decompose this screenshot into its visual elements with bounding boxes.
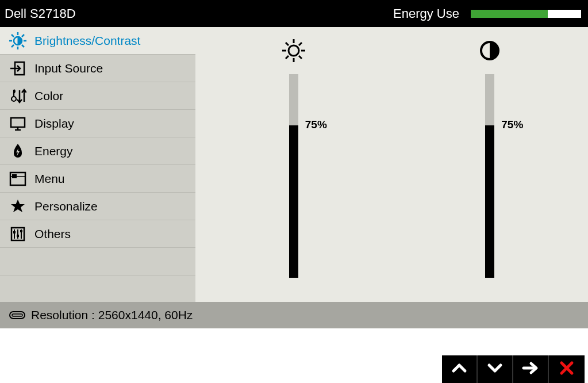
personalize-icon [8, 197, 28, 216]
resolution-icon [9, 308, 25, 322]
sidebar-item-label: Menu [34, 172, 65, 186]
svg-line-8 [22, 35, 24, 37]
svg-rect-28 [20, 230, 22, 232]
svg-rect-40 [12, 314, 22, 316]
nav-up-button[interactable] [442, 355, 478, 383]
sidebar-item-color[interactable]: Color [0, 82, 195, 110]
contrast-icon [476, 37, 503, 64]
brightness-slider[interactable]: 75% [289, 74, 298, 278]
osd-nav-buttons [442, 355, 585, 383]
brightness-slider-column: 75% [280, 37, 307, 302]
svg-point-11 [11, 97, 16, 101]
svg-line-7 [11, 45, 14, 47]
model-label: Dell S2718D [5, 6, 76, 21]
others-icon [8, 224, 28, 244]
sidebar-item-label: Input Source [34, 62, 103, 75]
sidebar-item-label: Energy [34, 144, 73, 158]
svg-line-35 [299, 56, 302, 59]
close-icon [559, 361, 574, 378]
energy-use-label: Energy Use [393, 6, 459, 21]
contrast-value: 75% [501, 118, 523, 131]
input-source-icon [8, 59, 28, 78]
svg-rect-27 [17, 235, 19, 237]
content-pane: 75% 75% [195, 27, 588, 302]
energy-use-bar [471, 10, 581, 18]
svg-line-6 [22, 45, 24, 47]
sidebar-item-label: Brightness/Contrast [34, 34, 140, 48]
svg-line-34 [286, 43, 289, 45]
resolution-text: Resolution : 2560x1440, 60Hz [31, 308, 193, 322]
sidebar-item-label: Display [34, 117, 74, 131]
brightness-contrast-icon [8, 31, 28, 51]
svg-line-37 [299, 43, 302, 45]
chevron-up-icon [451, 362, 467, 376]
svg-line-36 [286, 56, 289, 59]
sidebar-item-display[interactable]: Display [0, 110, 195, 137]
arrow-right-icon [522, 361, 539, 377]
osd-footer: Resolution : 2560x1440, 60Hz [0, 302, 588, 328]
contrast-slider-column: 75% [476, 37, 503, 302]
contrast-slider[interactable]: 75% [485, 74, 494, 278]
brightness-icon [280, 37, 307, 64]
svg-rect-26 [13, 231, 16, 233]
osd-header: Dell S2718D Energy Use [0, 0, 588, 27]
energy-icon [8, 141, 28, 161]
nav-down-button[interactable] [478, 355, 513, 383]
color-icon [8, 86, 28, 106]
contrast-slider-fill [485, 125, 494, 278]
osd-sidebar: Brightness/Contrast Input Source [0, 27, 195, 302]
chevron-down-icon [487, 362, 503, 376]
svg-marker-21 [11, 200, 25, 212]
brightness-slider-fill [289, 125, 298, 278]
svg-point-29 [289, 45, 299, 56]
sidebar-item-label: Others [34, 227, 71, 241]
nav-next-button[interactable] [513, 355, 549, 383]
display-icon [8, 114, 28, 133]
sidebar-item-label: Color [34, 89, 63, 103]
sidebar-item-input-source[interactable]: Input Source [0, 55, 195, 82]
sidebar-item-brightness-contrast[interactable]: Brightness/Contrast [0, 27, 195, 55]
sidebar-item-others[interactable]: Others [0, 220, 195, 248]
energy-use-fill [471, 10, 548, 18]
svg-line-5 [11, 35, 14, 37]
menu-icon [8, 169, 28, 189]
sidebar-item-energy[interactable]: Energy [0, 137, 195, 165]
sidebar-item-personalize[interactable]: Personalize [0, 193, 195, 220]
nav-close-button[interactable] [549, 355, 585, 383]
svg-rect-15 [11, 118, 25, 127]
sidebar-item-label: Personalize [34, 200, 98, 213]
sidebar-item-menu[interactable]: Menu [0, 165, 195, 193]
brightness-value: 75% [305, 118, 327, 131]
